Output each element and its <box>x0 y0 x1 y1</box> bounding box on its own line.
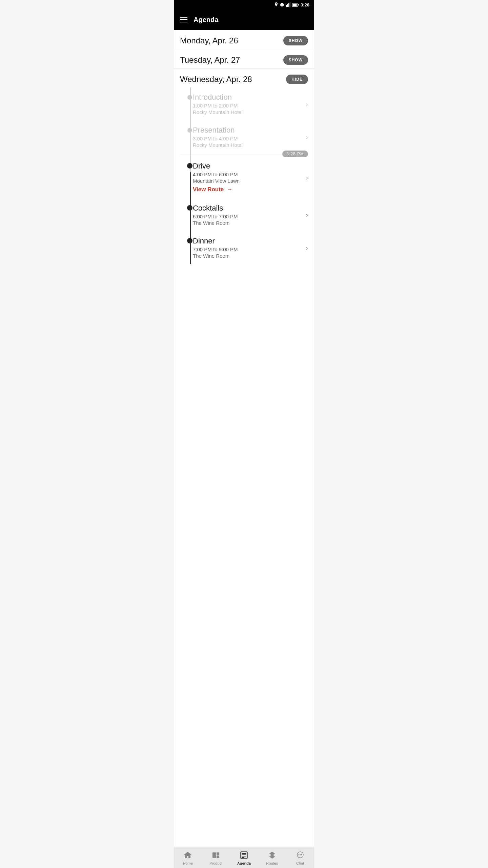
svg-rect-2 <box>283 4 284 6</box>
svg-rect-8 <box>298 4 299 6</box>
view-route-button[interactable]: View Route → <box>193 186 298 193</box>
event-dinner[interactable]: › Dinner 7:00 PM to 9:00 PM The Wine Roo… <box>180 231 308 264</box>
nav-item-routes[interactable]: Routes <box>258 850 286 865</box>
svg-rect-4 <box>287 4 288 7</box>
event-location-dinner: The Wine Room <box>193 253 298 259</box>
event-time-presentation: 3:00 PM to 4:00 PM <box>193 136 298 141</box>
event-title-drive: Drive <box>193 162 298 171</box>
event-dot-drive <box>187 163 192 169</box>
event-title-introduction: Introduction <box>193 93 298 102</box>
wednesday-events: › Introduction 1:00 PM to 2:00 PM Rocky … <box>174 87 314 264</box>
event-location-introduction: Rocky Mountain Hotel <box>193 109 298 115</box>
svg-rect-1 <box>280 4 281 6</box>
hamburger-line-3 <box>180 22 187 22</box>
svg-rect-12 <box>217 855 219 858</box>
nav-item-home[interactable]: Home <box>174 850 202 865</box>
event-dot-presentation <box>187 128 192 133</box>
svg-rect-0 <box>281 3 283 6</box>
event-time-introduction: 1:00 PM to 2:00 PM <box>193 103 298 108</box>
status-bar: 3:28 <box>174 0 314 9</box>
app-header: Agenda <box>174 9 314 30</box>
day-section-wednesday: Wednesday, Apr. 28 HIDE <box>174 68 314 87</box>
day-section-tuesday: Tuesday, Apr. 27 SHOW <box>174 49 314 68</box>
svg-rect-11 <box>217 852 219 855</box>
status-time: 3:28 <box>301 2 309 7</box>
event-title-cocktails: Cocktails <box>193 204 298 213</box>
svg-rect-14 <box>242 853 246 854</box>
signal-icon <box>286 2 290 7</box>
chat-icon <box>296 850 305 860</box>
event-time-drive: 4:00 PM to 6:00 PM <box>193 172 298 177</box>
home-icon <box>183 850 192 860</box>
event-time-dinner: 7:00 PM to 9:00 PM <box>193 246 298 252</box>
event-location-drive: Mountain View Lawn <box>193 178 298 184</box>
bottom-nav: Home Product Agenda Routes <box>174 847 314 868</box>
svg-rect-10 <box>212 852 216 858</box>
hamburger-line-2 <box>180 19 187 20</box>
view-route-label: View Route <box>193 186 224 193</box>
svg-point-20 <box>300 854 301 855</box>
day-title-wednesday: Wednesday, Apr. 28 <box>180 75 252 84</box>
nav-label-chat: Chat <box>296 861 304 865</box>
nav-label-product: Product <box>209 861 222 865</box>
svg-rect-15 <box>242 854 246 855</box>
day-title-monday: Monday, Apr. 26 <box>180 36 238 45</box>
event-dot-introduction <box>187 95 192 100</box>
show-monday-button[interactable]: SHOW <box>283 36 308 45</box>
hide-wednesday-button[interactable]: HIDE <box>286 75 308 84</box>
svg-rect-5 <box>288 3 289 7</box>
event-cocktails[interactable]: › Cocktails 6:00 PM to 7:00 PM The Wine … <box>180 198 308 231</box>
svg-rect-9 <box>292 4 297 6</box>
arrow-cocktails: › <box>306 211 308 219</box>
arrow-introduction: › <box>306 100 308 108</box>
event-introduction[interactable]: › Introduction 1:00 PM to 2:00 PM Rocky … <box>180 87 308 120</box>
nav-item-chat[interactable]: Chat <box>286 850 314 865</box>
event-location-cocktails: The Wine Room <box>193 220 298 226</box>
show-tuesday-button[interactable]: SHOW <box>283 55 308 65</box>
nav-label-home: Home <box>183 861 193 865</box>
arrow-presentation: › <box>306 133 308 141</box>
day-section-monday: Monday, Apr. 26 SHOW <box>174 30 314 49</box>
location-icon <box>274 2 278 7</box>
view-route-arrow-icon: → <box>226 186 232 193</box>
event-presentation[interactable]: › Presentation 3:00 PM to 4:00 PM Rocky … <box>180 120 308 153</box>
nav-label-agenda: Agenda <box>237 861 251 865</box>
event-time-cocktails: 6:00 PM to 7:00 PM <box>193 214 298 219</box>
arrow-dinner: › <box>306 244 308 252</box>
nav-label-routes: Routes <box>266 861 278 865</box>
arrow-drive: › <box>306 174 308 181</box>
status-icons: 3:28 <box>274 2 309 7</box>
product-icon <box>211 850 221 860</box>
svg-point-19 <box>298 854 299 855</box>
svg-rect-17 <box>242 857 244 858</box>
vibrate-icon <box>280 2 284 7</box>
svg-rect-6 <box>290 2 290 7</box>
nav-item-product[interactable]: Product <box>202 850 230 865</box>
event-drive[interactable]: › Drive 4:00 PM to 6:00 PM Mountain View… <box>180 156 308 198</box>
event-location-presentation: Rocky Mountain Hotel <box>193 142 298 148</box>
nav-item-agenda[interactable]: Agenda <box>230 850 258 865</box>
hamburger-menu-button[interactable] <box>180 17 187 22</box>
main-content: Monday, Apr. 26 SHOW Tuesday, Apr. 27 SH… <box>174 30 314 853</box>
routes-icon <box>267 850 277 860</box>
event-dot-cocktails <box>187 205 192 211</box>
svg-rect-3 <box>286 5 287 7</box>
svg-point-21 <box>301 854 302 855</box>
day-title-tuesday: Tuesday, Apr. 27 <box>180 55 240 65</box>
svg-rect-16 <box>242 856 246 856</box>
agenda-icon <box>239 850 249 860</box>
event-dot-dinner <box>187 238 192 243</box>
header-title: Agenda <box>194 16 218 24</box>
hamburger-line-1 <box>180 17 187 18</box>
battery-icon <box>292 3 299 7</box>
event-title-dinner: Dinner <box>193 237 298 245</box>
event-title-presentation: Presentation <box>193 126 298 135</box>
time-separator: 3:28 PM <box>180 155 308 155</box>
